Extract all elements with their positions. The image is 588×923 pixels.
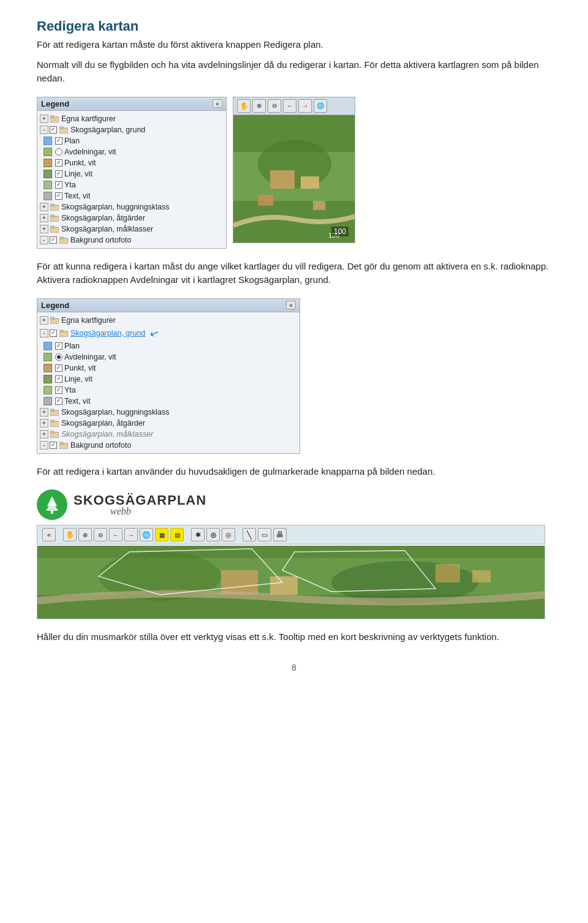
crosshair-btn[interactable]: ⊛ xyxy=(206,528,220,541)
item-label: Punkt, vit xyxy=(64,159,96,167)
expand-icon[interactable]: + xyxy=(40,419,48,428)
svg-rect-25 xyxy=(50,409,54,411)
list-item: + Skogsägarplan, målklasser xyxy=(37,429,300,440)
expand-icon[interactable]: - xyxy=(40,329,48,337)
svg-rect-41 xyxy=(270,576,298,595)
zoom-in-btn-full[interactable]: ⊕ xyxy=(78,528,92,541)
list-item: - Skogsägarplan, grund xyxy=(37,124,226,135)
list-item: Plan xyxy=(37,341,300,352)
zoom-out-btn-full[interactable]: ⊖ xyxy=(94,528,107,541)
color-box-icon xyxy=(43,147,53,157)
list-item: Text, vit xyxy=(37,190,226,202)
layer-checkbox[interactable] xyxy=(55,397,62,405)
layer-checkbox[interactable] xyxy=(50,442,57,449)
list-item: + Egna kartfigurer xyxy=(37,315,300,326)
item-label: Skogsägarplan, huggningsklass xyxy=(61,203,170,211)
expand-icon[interactable]: + xyxy=(40,225,48,233)
full-toolbar: « ✋ ⊕ ⊖ ← → 🌐 ▦ ▤ ✱ ⊛ ◎ ╲ ▭ 🖶 xyxy=(37,525,545,544)
expand-icon[interactable]: - xyxy=(40,441,48,450)
legend-map-section-1: Legend « + Egna kartfigurer - xyxy=(37,97,551,249)
item-label: Text, vit xyxy=(64,192,90,200)
list-item: + Skogsägarplan, målklasser xyxy=(37,224,226,235)
map-aerial-photo-2 xyxy=(37,546,545,619)
legend-collapse-btn-1[interactable]: « xyxy=(213,99,222,108)
zoom-in-btn[interactable]: ⊕ xyxy=(252,99,266,113)
rect-tool-btn[interactable]: ▭ xyxy=(258,528,271,541)
pan-tool-btn-full[interactable]: ✋ xyxy=(63,528,77,541)
item-label: Yta xyxy=(64,181,76,189)
legend-collapse-btn-2[interactable]: « xyxy=(286,301,296,309)
layer-checkbox[interactable] xyxy=(50,236,57,244)
layer-checkbox[interactable] xyxy=(55,375,62,383)
expand-icon[interactable]: + xyxy=(40,408,48,416)
expand-icon[interactable]: + xyxy=(40,115,48,123)
layer-radio[interactable] xyxy=(55,148,62,156)
expand-icon[interactable]: + xyxy=(40,214,48,222)
item-label: Egna kartfigurer xyxy=(61,115,116,123)
item-label: Yta xyxy=(64,386,76,394)
layer-checkbox[interactable] xyxy=(50,126,57,134)
layer-checkbox[interactable] xyxy=(55,181,62,189)
svg-rect-21 xyxy=(50,317,54,319)
print-btn[interactable]: 🖶 xyxy=(273,528,287,541)
skogsagarplan-logo: SKOGSÄGARPLAN webb xyxy=(37,489,551,520)
legend-panel-2: Legend « + Egna kartfigurer - Skogsägarp… xyxy=(37,298,300,454)
folder-icon xyxy=(50,429,59,439)
layer-checkbox[interactable] xyxy=(55,364,62,372)
line-tool-btn[interactable]: ╲ xyxy=(243,528,256,541)
layer-checkbox[interactable] xyxy=(55,386,62,394)
tree-icon xyxy=(41,494,63,516)
item-label: Linje, vit xyxy=(64,375,92,383)
folder-icon xyxy=(59,235,69,245)
forward-btn[interactable]: → xyxy=(298,99,312,113)
item-label: Punkt, vit xyxy=(64,364,96,372)
color-box-icon xyxy=(43,363,53,373)
item-label: Skogsägarplan, åtgärder xyxy=(61,214,145,222)
svg-text:100: 100 xyxy=(328,232,339,239)
layer-checkbox[interactable] xyxy=(55,342,62,350)
globe-btn-full[interactable]: 🌐 xyxy=(140,528,153,541)
forward-btn-full[interactable]: → xyxy=(124,528,138,541)
expand-icon[interactable]: + xyxy=(40,316,48,325)
folder-icon xyxy=(50,407,59,417)
page-number: 8 xyxy=(37,663,551,672)
layer-checkbox[interactable] xyxy=(55,137,62,145)
svg-rect-5 xyxy=(50,204,54,206)
layer-checkbox[interactable] xyxy=(55,159,62,167)
list-item: - Skogsägarplan, grund ↙ xyxy=(37,326,300,341)
expand-icon[interactable]: + xyxy=(40,203,48,211)
svg-rect-16 xyxy=(301,176,319,189)
color-box-icon xyxy=(43,352,53,362)
list-item: Text, vit xyxy=(37,396,300,407)
layer-radio[interactable] xyxy=(55,353,62,361)
back-btn[interactable]: ← xyxy=(283,99,296,113)
item-label: Avdelningar, vit xyxy=(64,353,116,361)
logo-sub-text: webb xyxy=(74,506,206,517)
legend-title-1: Legend xyxy=(41,99,69,108)
expand-icon[interactable]: + xyxy=(40,430,48,439)
circle-btn[interactable]: ◎ xyxy=(222,528,235,541)
list-item: - Bakgrund ortofoto xyxy=(37,235,226,246)
legend-title-2: Legend xyxy=(41,301,69,310)
color-box-icon xyxy=(43,158,53,168)
folder-icon xyxy=(50,315,59,325)
map-image-1: ✋ ⊕ ⊖ ← → 🌐 100 xyxy=(233,97,355,249)
expand-icon[interactable]: - xyxy=(40,236,48,244)
expand-icon[interactable]: - xyxy=(40,126,48,134)
layer-checkbox[interactable] xyxy=(55,192,62,200)
layer-checkbox[interactable] xyxy=(50,330,57,337)
map-tool-btn-1[interactable]: ▦ xyxy=(155,528,168,541)
legend-panel-1: Legend « + Egna kartfigurer - xyxy=(37,97,227,249)
collapse-btn[interactable]: « xyxy=(42,528,56,541)
list-item: Avdelningar, vit xyxy=(37,352,300,363)
select-btn[interactable]: ✱ xyxy=(191,528,205,541)
color-box-icon xyxy=(43,385,53,395)
logo-circle-icon xyxy=(37,489,67,520)
map-tool-btn-2[interactable]: ▤ xyxy=(170,528,184,541)
zoom-out-btn[interactable]: ⊖ xyxy=(268,99,281,113)
globe-btn[interactable]: 🌐 xyxy=(314,99,327,113)
paragraph-3: För att kunna redigera i kartan måst du … xyxy=(37,260,551,287)
back-btn-full[interactable]: ← xyxy=(109,528,123,541)
pan-tool-btn[interactable]: ✋ xyxy=(237,99,251,113)
layer-checkbox[interactable] xyxy=(55,170,62,178)
